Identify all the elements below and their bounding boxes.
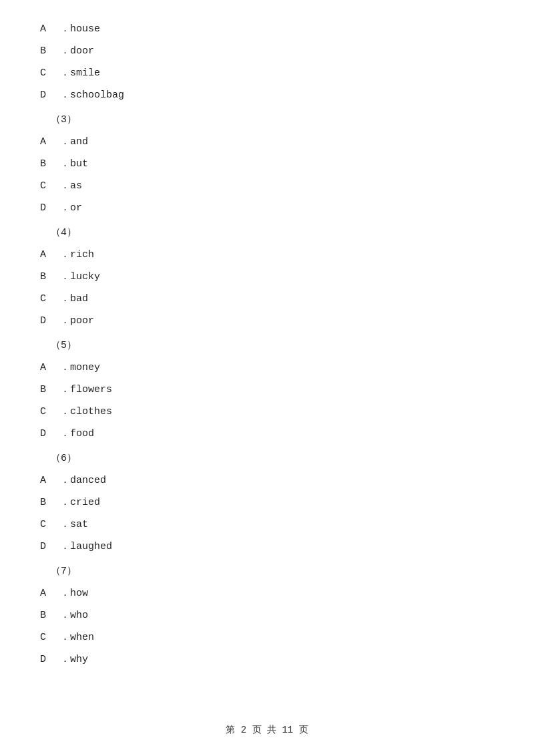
option-line: D．laughed <box>40 538 494 556</box>
option-line: B．door <box>40 42 494 60</box>
option-line: D．schoolbag <box>40 86 494 104</box>
option-text: when <box>70 628 94 646</box>
option-line: B．who <box>40 606 494 624</box>
option-text: bad <box>70 290 88 308</box>
option-text: poor <box>70 312 94 330</box>
option-text: why <box>70 650 88 669</box>
option-letter: A <box>40 246 60 264</box>
page-footer: 第 2 页 共 11 页 <box>0 724 534 736</box>
section-label-3: （4） <box>51 224 494 242</box>
option-dot: ． <box>60 177 70 195</box>
option-line: C．when <box>40 628 494 646</box>
option-dot: ． <box>60 471 70 490</box>
option-dot: ． <box>60 268 70 286</box>
option-text: who <box>70 606 88 624</box>
option-text: smile <box>70 64 100 82</box>
option-dot: ． <box>60 20 70 38</box>
option-text: lucky <box>70 268 100 286</box>
option-line: C．sat <box>40 516 494 534</box>
option-letter: A <box>40 584 60 602</box>
option-letter: B <box>40 494 60 512</box>
option-line: B．cried <box>40 494 494 512</box>
option-letter: C <box>40 64 60 82</box>
section-label-4: （5） <box>51 337 494 355</box>
option-line: C．bad <box>40 290 494 308</box>
option-line: B．but <box>40 155 494 173</box>
section-label-6: （7） <box>51 562 494 580</box>
option-line: A．how <box>40 584 494 602</box>
option-letter: A <box>40 20 60 38</box>
option-dot: ． <box>60 359 70 377</box>
option-letter: B <box>40 42 60 60</box>
option-text: as <box>70 177 82 195</box>
option-text: danced <box>70 471 106 490</box>
option-text: how <box>70 584 88 602</box>
option-text: clothes <box>70 403 112 421</box>
option-line: B．flowers <box>40 381 494 399</box>
option-letter: D <box>40 312 60 330</box>
option-letter: C <box>40 628 60 646</box>
option-dot: ． <box>60 133 70 151</box>
option-letter: C <box>40 290 60 308</box>
option-letter: B <box>40 606 60 624</box>
option-dot: ． <box>60 86 70 104</box>
option-line: D．poor <box>40 312 494 330</box>
option-line: C．as <box>40 177 494 195</box>
option-dot: ． <box>60 42 70 60</box>
option-text: door <box>70 42 94 60</box>
option-text: but <box>70 155 88 173</box>
main-content: A．houseB．doorC．smileD．schoolbag（3）A．andB… <box>0 0 534 713</box>
option-dot: ． <box>60 650 70 669</box>
option-letter: B <box>40 268 60 286</box>
option-text: or <box>70 199 82 217</box>
option-text: money <box>70 359 100 377</box>
option-text: house <box>70 20 100 38</box>
option-letter: D <box>40 199 60 217</box>
option-letter: D <box>40 425 60 443</box>
option-dot: ． <box>60 584 70 602</box>
option-text: cried <box>70 494 100 512</box>
option-line: B．lucky <box>40 268 494 286</box>
option-letter: A <box>40 359 60 377</box>
option-dot: ． <box>60 425 70 443</box>
option-letter: D <box>40 86 60 104</box>
option-dot: ． <box>60 312 70 330</box>
option-line: A．money <box>40 359 494 377</box>
option-text: flowers <box>70 381 112 399</box>
option-dot: ． <box>60 606 70 624</box>
option-dot: ． <box>60 155 70 173</box>
option-line: A．rich <box>40 246 494 264</box>
option-letter: D <box>40 538 60 556</box>
option-dot: ． <box>60 403 70 421</box>
option-line: A．house <box>40 20 494 38</box>
option-letter: B <box>40 381 60 399</box>
option-text: food <box>70 425 94 443</box>
option-line: D．why <box>40 650 494 669</box>
section-label-5: （6） <box>51 449 494 467</box>
option-dot: ． <box>60 64 70 82</box>
footer-text: 第 2 页 共 11 页 <box>226 725 308 735</box>
option-dot: ． <box>60 199 70 217</box>
option-text: rich <box>70 246 94 264</box>
section-label-2: （3） <box>51 111 494 129</box>
option-dot: ． <box>60 494 70 512</box>
option-line: A．danced <box>40 471 494 490</box>
option-dot: ． <box>60 246 70 264</box>
option-letter: A <box>40 133 60 151</box>
option-letter: B <box>40 155 60 173</box>
option-letter: D <box>40 650 60 669</box>
option-text: sat <box>70 516 88 534</box>
option-dot: ． <box>60 516 70 534</box>
option-dot: ． <box>60 628 70 646</box>
option-text: laughed <box>70 538 112 556</box>
option-letter: A <box>40 471 60 490</box>
option-line: C．smile <box>40 64 494 82</box>
option-line: D．or <box>40 199 494 217</box>
option-letter: C <box>40 516 60 534</box>
option-letter: C <box>40 177 60 195</box>
option-dot: ． <box>60 381 70 399</box>
option-line: D．food <box>40 425 494 443</box>
option-text: schoolbag <box>70 86 124 104</box>
option-dot: ． <box>60 290 70 308</box>
option-line: C．clothes <box>40 403 494 421</box>
